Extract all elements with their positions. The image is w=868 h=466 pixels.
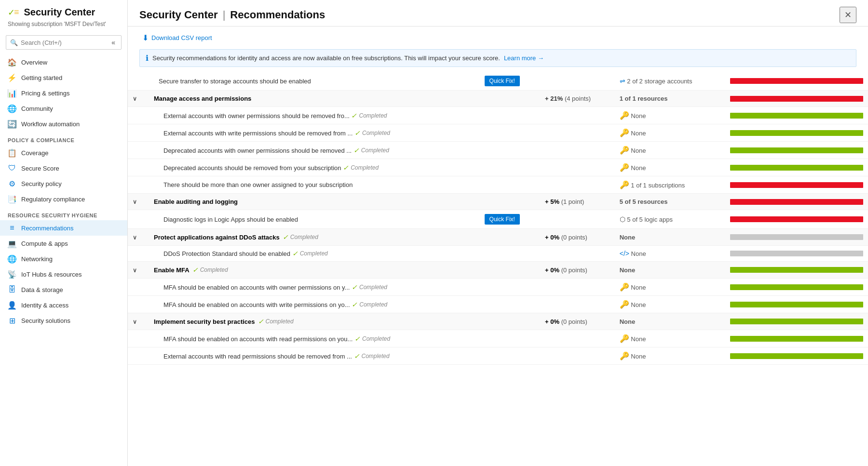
key-icon: 🔑 [620, 129, 629, 137]
recommendation-text[interactable]: MFA should be enabled on accounts with w… [149, 296, 480, 313]
recommendation-text[interactable]: Deprecated accounts with owner permissio… [149, 142, 480, 159]
score-cell: + 0% (0 points) [540, 313, 615, 330]
quick-fix-cell: Quick Fix! [480, 72, 540, 91]
sidebar-item-compute-apps[interactable]: 💻 Compute & apps [0, 236, 127, 251]
chevron-cell: ∨ [128, 313, 149, 330]
resource-cell: 🔑 None [615, 296, 726, 313]
bar-fill [730, 302, 863, 307]
bar-fill [730, 353, 863, 359]
recommendation-text[interactable]: DDoS Protection Standard should be enabl… [149, 246, 480, 262]
progress-bar [730, 284, 863, 290]
progress-bar [730, 96, 863, 102]
sidebar-item-iot-hubs[interactable]: 📡 IoT Hubs & resources [0, 266, 127, 282]
download-csv-button[interactable]: ⬇ Download CSV report [139, 31, 215, 44]
resource-cell: ⇌ 2 of 2 storage accounts [615, 72, 726, 91]
recommendation-text[interactable]: Secure transfer to storage accounts shou… [149, 72, 480, 91]
bar-fill [730, 216, 863, 222]
recommendation-text[interactable]: MFA should be enabled on accounts with o… [149, 279, 480, 296]
sidebar-item-secure-score[interactable]: 🛡 Secure Score [0, 160, 127, 176]
check-icon: ✓ [354, 129, 360, 137]
bar-fill [730, 182, 863, 188]
close-button[interactable]: ✕ [840, 7, 856, 23]
key-icon: 🔑 [620, 163, 629, 172]
resource-cell: ⬡ 5 of 5 logic apps [615, 210, 726, 229]
networking-icon: 🌐 [8, 254, 16, 263]
table-row: ∨ Implement security best practices ✓ Co… [128, 313, 868, 330]
sidebar-item-pricing-settings[interactable]: 📊 Pricing & settings [0, 85, 127, 101]
sidebar-item-security-policy[interactable]: ⚙ Security policy [0, 176, 127, 191]
sidebar-item-identity-access[interactable]: 👤 Identity & access [0, 297, 127, 313]
check-icon: ✓ [343, 164, 349, 172]
table-row: External accounts with write permissions… [128, 124, 868, 142]
download-icon: ⬇ [142, 33, 149, 42]
completed-badge: ✓ Completed [283, 233, 318, 241]
resource-cell: 5 of 5 resources [615, 194, 726, 210]
group-label: Protect applications against DDoS attack… [149, 229, 480, 246]
progress-bar [730, 130, 863, 136]
quick-fix-button[interactable]: Quick Fix! [485, 76, 520, 86]
sidebar-item-security-solutions[interactable]: ⊞ Security solutions [0, 313, 127, 328]
page-title-container: Security Center | Recommendations [139, 9, 325, 21]
sidebar-item-workflow-automation[interactable]: 🔄 Workflow automation [0, 116, 127, 132]
chevron-down-icon[interactable]: ∨ [133, 319, 137, 325]
sidebar-item-coverage[interactable]: 📋 Coverage [0, 145, 127, 160]
sidebar: ✓ ≡ Security Center Showing subscription… [0, 0, 128, 466]
bar-cell [725, 194, 868, 210]
recommendation-text[interactable]: External accounts with write permissions… [149, 124, 480, 142]
progress-bar [730, 113, 863, 119]
recommendation-text[interactable]: Deprecated accounts should be removed fr… [149, 159, 480, 176]
page-title-separator: | [223, 9, 226, 21]
progress-bar [730, 234, 863, 240]
overview-icon: 🏠 [8, 58, 16, 67]
security-solutions-icon: ⊞ [8, 316, 16, 325]
completed-badge: ✓ Completed [352, 283, 387, 291]
recommendation-text[interactable]: There should be more than one owner assi… [149, 176, 480, 194]
progress-bar [730, 353, 863, 359]
sidebar-item-networking[interactable]: 🌐 Networking [0, 251, 127, 266]
sidebar-item-data-storage[interactable]: 🗄 Data & storage [0, 282, 127, 297]
sidebar-item-regulatory-compliance[interactable]: 📑 Regulatory compliance [0, 191, 127, 207]
recommendation-text[interactable]: External accounts with owner permissions… [149, 107, 480, 124]
table-row: Deprecated accounts should be removed fr… [128, 159, 868, 176]
sidebar-item-community[interactable]: 🌐 Community [0, 101, 127, 116]
resource-cell: None [615, 313, 726, 330]
key-icon: 🔑 [620, 300, 629, 308]
check-icon: ✓ [353, 146, 359, 154]
quick-fix-button[interactable]: Quick Fix! [485, 214, 520, 225]
sidebar-item-getting-started[interactable]: ⚡ Getting started [0, 70, 127, 85]
app-title: Security Center [24, 7, 95, 18]
completed-badge: ✓ Completed [353, 146, 389, 154]
section-policy-compliance: POLICY & COMPLIANCE [0, 132, 127, 145]
resource-cell: 🔑 None [615, 142, 726, 159]
bar-fill [730, 284, 863, 290]
identity-icon: 👤 [8, 301, 16, 309]
chevron-cell: ∨ [128, 91, 149, 107]
completed-badge: ✓ Completed [343, 164, 379, 172]
bar-cell [725, 296, 868, 313]
recommendation-text[interactable]: External accounts with read permissions … [149, 347, 480, 365]
score-cell: + 5% (1 point) [540, 194, 615, 210]
sidebar-item-overview[interactable]: 🏠 Overview [0, 54, 127, 70]
chevron-down-icon[interactable]: ∨ [133, 234, 137, 241]
table-row: External accounts with owner permissions… [128, 107, 868, 124]
recommendation-text[interactable]: Diagnostic logs in Logic Apps should be … [149, 210, 480, 229]
chevron-down-icon[interactable]: ∨ [133, 267, 137, 274]
table-row: ∨ Enable auditing and logging + 5% (1 po… [128, 194, 868, 210]
sidebar-item-recommendations[interactable]: ≡ Recommendations [0, 220, 127, 236]
table-row: Secure transfer to storage accounts shou… [128, 72, 868, 91]
completed-badge: ✓ Completed [354, 129, 390, 137]
check-icon: ✓ [354, 335, 360, 343]
chevron-down-icon[interactable]: ∨ [133, 199, 137, 205]
learn-more-link[interactable]: Learn more → [504, 54, 544, 62]
score-cell: + 0% (0 points) [540, 262, 615, 279]
search-input[interactable] [21, 39, 107, 46]
progress-bar [730, 216, 863, 222]
table-row: MFA should be enabled on accounts with w… [128, 296, 868, 313]
chevron-down-icon[interactable]: ∨ [133, 95, 137, 102]
collapse-button[interactable]: « [109, 38, 117, 47]
data-storage-icon: 🗄 [8, 285, 16, 294]
recommendation-text[interactable]: MFA should be enabled on accounts with r… [149, 330, 480, 347]
resource-cell: 🔑 1 of 1 subscriptions [615, 176, 726, 194]
search-bar[interactable]: 🔍 « [6, 35, 122, 50]
bar-cell [725, 347, 868, 365]
